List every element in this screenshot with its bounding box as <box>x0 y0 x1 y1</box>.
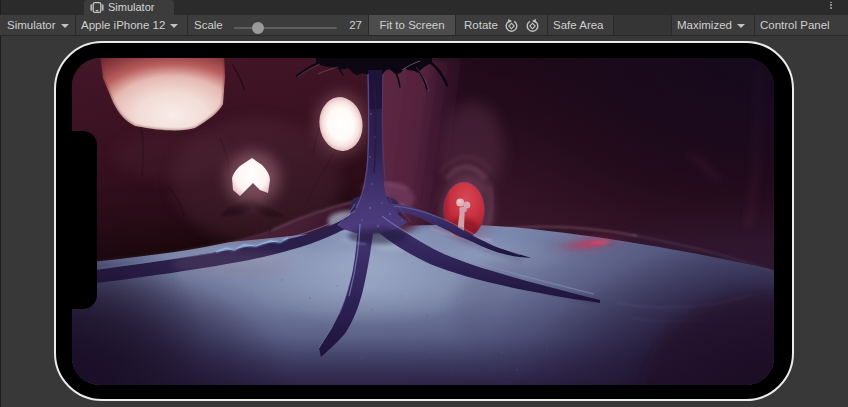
scale-value: 27 <box>344 15 362 35</box>
tab-simulator[interactable]: Simulator <box>84 0 174 15</box>
safe-area-button[interactable]: Safe Area <box>553 15 604 35</box>
fit-to-screen-button[interactable]: Fit to Screen <box>369 15 455 35</box>
tab-title: Simulator <box>108 0 154 15</box>
device-notch <box>70 131 97 309</box>
device-screen[interactable] <box>72 58 774 385</box>
tab-bar: Simulator <box>0 0 848 15</box>
chevron-down-icon <box>61 24 69 28</box>
game-scene <box>72 58 774 385</box>
safe-area-label: Safe Area <box>553 19 604 31</box>
simulator-mode-dropdown[interactable]: Simulator <box>7 15 69 35</box>
unity-simulator-window: Simulator Simulator Apple iPhone 12 Scal… <box>0 0 848 407</box>
device-dropdown[interactable]: Apple iPhone 12 <box>81 15 178 35</box>
window-mode-label: Maximized <box>677 19 732 31</box>
scale-slider-thumb[interactable] <box>252 22 264 34</box>
toolbar-divider <box>671 15 672 35</box>
chevron-down-icon <box>737 24 745 28</box>
rotate-clockwise-icon[interactable] <box>504 18 519 33</box>
rotate-label: Rotate <box>464 19 498 31</box>
window-mode-dropdown[interactable]: Maximized <box>677 15 745 35</box>
toolbar-spacer <box>614 15 671 35</box>
toolbar-divider <box>547 15 548 35</box>
toolbar: Simulator Apple iPhone 12 Scale 27 Fit t… <box>0 15 848 36</box>
toolbar-divider <box>75 15 76 35</box>
control-panel-button[interactable]: Control Panel <box>760 15 830 35</box>
control-panel-label: Control Panel <box>760 19 830 31</box>
scale-label: Scale <box>194 15 223 35</box>
simulator-dropdown-label: Simulator <box>7 19 56 31</box>
simulator-viewport <box>0 36 848 407</box>
toolbar-divider <box>754 15 755 35</box>
toolbar-divider <box>455 15 456 35</box>
tab-menu-icon[interactable] <box>826 0 836 15</box>
fit-to-screen-label: Fit to Screen <box>379 19 444 31</box>
scale-label-text: Scale <box>194 19 223 31</box>
device-simulator-icon <box>90 2 104 13</box>
scale-slider-track[interactable] <box>234 27 337 29</box>
rotate-group[interactable]: Rotate <box>464 15 540 35</box>
rotate-counterclockwise-icon[interactable] <box>525 18 540 33</box>
device-dropdown-label: Apple iPhone 12 <box>81 19 165 31</box>
chevron-down-icon <box>170 24 178 28</box>
toolbar-divider <box>187 15 188 35</box>
